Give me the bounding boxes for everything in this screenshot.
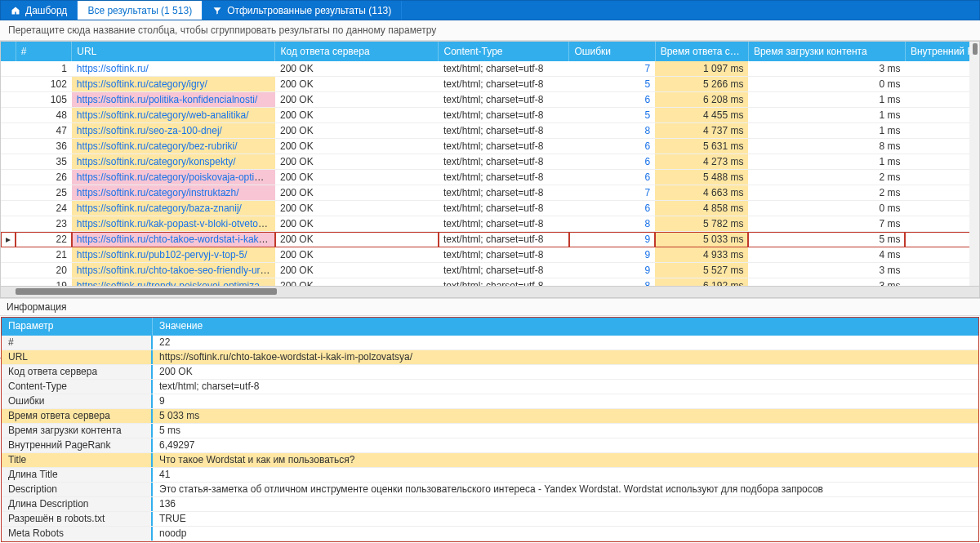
cell-url[interactable]: https://softink.ru/chto-takoe-seo-friend…: [72, 263, 275, 278]
hscroll-thumb[interactable]: [16, 288, 277, 295]
cell-pagerank: 6,49297: [905, 170, 979, 185]
detail-row[interactable]: DescriptionЭто статья-заметка об отлично…: [2, 483, 978, 497]
detail-value: 6,49297: [153, 438, 978, 452]
detail-row[interactable]: Внутренний PageRank6,49297: [2, 438, 978, 453]
cell-errors[interactable]: 6: [569, 201, 655, 216]
detail-row[interactable]: Ошибки9: [2, 394, 978, 409]
vscroll-thumb[interactable]: [973, 43, 978, 55]
cell-errors[interactable]: 5: [569, 77, 655, 92]
cell-url[interactable]: https://softink.ru/category/instruktazh/: [72, 185, 275, 201]
cell-url[interactable]: https://softink.ru/category/bez-rubriki/: [72, 139, 275, 154]
cell-content-type: text/html; charset=utf-8: [439, 170, 569, 185]
row-indicator: [1, 123, 16, 139]
cell-pagerank: 6,49297: [905, 123, 979, 139]
table-row[interactable]: 25https://softink.ru/category/instruktaz…: [1, 185, 979, 201]
row-indicator: [1, 247, 16, 263]
detail-col-value[interactable]: Значение: [153, 318, 209, 336]
table-row[interactable]: 19https://softink.ru/trendy-poiskovoj-op…: [1, 278, 979, 286]
table-row[interactable]: 102https://softink.ru/category/igry/200 …: [1, 77, 979, 92]
cell-pagerank: 6,49297: [905, 278, 979, 286]
cell-url[interactable]: https://softink.ru/category/konspekty/: [72, 154, 275, 170]
cell-url[interactable]: https://softink.ru/category/baza-znanij/: [72, 201, 275, 216]
cell-url[interactable]: https://softink.ru/category/igry/: [72, 77, 275, 92]
cell-errors[interactable]: 6: [569, 139, 655, 154]
cell-url[interactable]: https://softink.ru/category/web-analitik…: [72, 108, 275, 123]
cell-index: 102: [16, 77, 72, 92]
tab-all-results[interactable]: Все результаты (1 513): [78, 1, 203, 20]
col-pagerank[interactable]: Внутренний PageRank▼: [905, 42, 979, 61]
cell-index: 24: [16, 201, 72, 216]
cell-errors[interactable]: 6: [569, 92, 655, 108]
detail-row[interactable]: Длина Title41: [2, 468, 978, 483]
table-row[interactable]: 47https://softink.ru/seo-za-100-dnej/200…: [1, 123, 979, 139]
detail-row[interactable]: Время ответа сервера5 033 ms: [2, 409, 978, 424]
cell-url[interactable]: https://softink.ru/: [72, 61, 275, 77]
cell-errors[interactable]: 5: [569, 108, 655, 123]
cell-url[interactable]: https://softink.ru/trendy-poiskovoj-opti…: [72, 278, 275, 286]
table-row[interactable]: 21https://softink.ru/pub102-pervyj-v-top…: [1, 247, 979, 263]
cell-errors[interactable]: 7: [569, 185, 655, 201]
detail-row[interactable]: ▸URLhttps://softink.ru/chto-takoe-wordst…: [2, 350, 978, 365]
cell-errors[interactable]: 8: [569, 123, 655, 139]
detail-row[interactable]: Meta Robotsnoodp: [2, 527, 978, 541]
cell-content-type: text/html; charset=utf-8: [439, 216, 569, 232]
table-row[interactable]: 35https://softink.ru/category/konspekty/…: [1, 154, 979, 170]
cell-errors[interactable]: 6: [569, 170, 655, 185]
detail-row[interactable]: Разрешён в robots.txtTRUE: [2, 512, 978, 527]
cell-errors[interactable]: 6: [569, 154, 655, 170]
cell-errors[interactable]: 9: [569, 247, 655, 263]
col-errors[interactable]: Ошибки: [569, 42, 655, 61]
horizontal-scrollbar[interactable]: [1, 286, 979, 297]
cell-errors[interactable]: 7: [569, 61, 655, 77]
cell-url[interactable]: https://softink.ru/category/poiskovaja-o…: [72, 170, 275, 185]
col-content-type[interactable]: Content-Type: [439, 42, 569, 61]
detail-row[interactable]: Время загрузки контента5 ms: [2, 424, 978, 438]
cell-url[interactable]: https://softink.ru/chto-takoe-wordstat-i…: [72, 232, 275, 247]
cell-content-type: text/html; charset=utf-8: [439, 278, 569, 286]
detail-row[interactable]: Код ответа сервера200 OK: [2, 365, 978, 380]
tab-filtered[interactable]: Отфильтрованные результаты (113): [203, 1, 402, 20]
table-row[interactable]: 105https://softink.ru/politika-konfidenc…: [1, 92, 979, 108]
cell-status: 200 OK: [275, 278, 439, 286]
col-url[interactable]: URL: [72, 42, 275, 61]
table-row[interactable]: 20https://softink.ru/chto-takoe-seo-frie…: [1, 263, 979, 278]
tab-dashboard[interactable]: Дашборд: [1, 1, 78, 20]
cell-status: 200 OK: [275, 232, 439, 247]
detail-row[interactable]: Content-Typetext/html; charset=utf-8: [2, 380, 978, 394]
detail-col-param[interactable]: Параметр: [2, 318, 153, 336]
table-row[interactable]: ▸22https://softink.ru/chto-takoe-wordsta…: [1, 232, 979, 247]
cell-response-time: 4 737 ms: [655, 123, 748, 139]
table-row[interactable]: 26https://softink.ru/category/poiskovaja…: [1, 170, 979, 185]
table-row[interactable]: 23https://softink.ru/kak-popast-v-bloki-…: [1, 216, 979, 232]
cell-response-time: 4 663 ms: [655, 185, 748, 201]
cell-errors[interactable]: 9: [569, 232, 655, 247]
table-row[interactable]: 1https://softink.ru/200 OKtext/html; cha…: [1, 61, 979, 77]
col-status[interactable]: Код ответа сервера: [275, 42, 439, 61]
cell-errors[interactable]: 9: [569, 263, 655, 278]
row-indicator: [1, 170, 16, 185]
table-row[interactable]: 36https://softink.ru/category/bez-rubrik…: [1, 139, 979, 154]
table-row[interactable]: 24https://softink.ru/category/baza-znani…: [1, 201, 979, 216]
cell-status: 200 OK: [275, 216, 439, 232]
col-response-time[interactable]: Время ответа се…: [655, 42, 748, 61]
table-row[interactable]: 48https://softink.ru/category/web-analit…: [1, 108, 979, 123]
cell-load-time: 3 ms: [748, 263, 905, 278]
detail-row[interactable]: Длина Description136: [2, 497, 978, 512]
detail-row[interactable]: TitleЧто такое Wordstat и как им пользов…: [2, 453, 978, 468]
vertical-scrollbar[interactable]: [969, 42, 979, 286]
cell-pagerank: 6,49297: [905, 108, 979, 123]
detail-value: 5 ms: [153, 424, 978, 438]
col-load-time[interactable]: Время загрузки контента: [748, 42, 905, 61]
cell-url[interactable]: https://softink.ru/seo-za-100-dnej/: [72, 123, 275, 139]
detail-value: TRUE: [153, 512, 978, 526]
cell-errors[interactable]: 8: [569, 278, 655, 286]
cell-url[interactable]: https://softink.ru/politika-konfidencial…: [72, 92, 275, 108]
cell-url[interactable]: https://softink.ru/pub102-pervyj-v-top-5…: [72, 247, 275, 263]
cell-response-time: 6 208 ms: [655, 92, 748, 108]
detail-row[interactable]: #22: [2, 336, 978, 350]
cell-url[interactable]: https://softink.ru/kak-popast-v-bloki-ot…: [72, 216, 275, 232]
cell-load-time: 1 ms: [748, 123, 905, 139]
col-index[interactable]: #: [16, 42, 72, 61]
group-by-hint[interactable]: Перетащите сюда название столбца, чтобы …: [0, 20, 980, 41]
cell-errors[interactable]: 8: [569, 216, 655, 232]
